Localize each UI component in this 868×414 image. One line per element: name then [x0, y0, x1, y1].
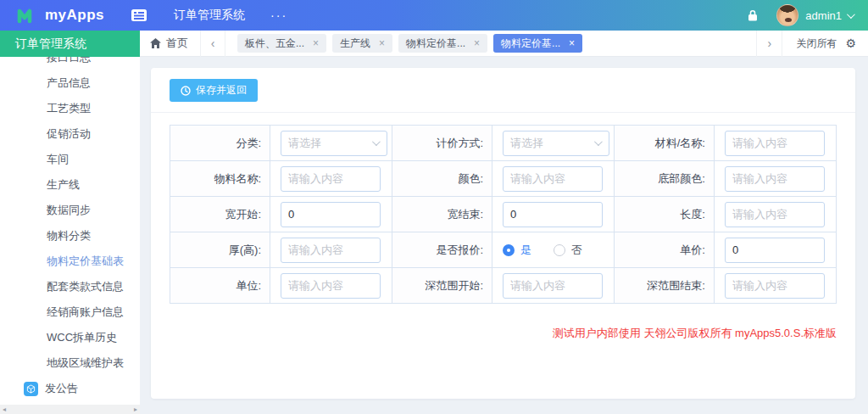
form-card: 保存并返回 分类:请选择计价方式:请选择材料/名称:物料名称:颜色:底部颜色:宽…	[151, 68, 855, 399]
tab-item[interactable]: 物料定价基...×	[398, 34, 487, 53]
sidebar-item[interactable]: 物料定价基础表	[0, 249, 140, 274]
material-pricing-form-table: 分类:请选择计价方式:请选择材料/名称:物料名称:颜色:底部颜色:宽开始:宽结束…	[170, 125, 837, 304]
sidebar-item[interactable]: 产品信息	[0, 70, 140, 96]
tab-close-icon[interactable]: ×	[313, 38, 319, 48]
tab-item[interactable]: 板件、五金...×	[237, 34, 326, 53]
user-avatar[interactable]	[776, 4, 798, 26]
field-input[interactable]	[503, 202, 603, 227]
app-logo[interactable]: myApps	[0, 7, 104, 24]
field-cell	[714, 197, 836, 232]
home-icon	[150, 38, 161, 48]
sidebar-menu: 接口日志产品信息工艺类型促销活动车间生产线数据同步物料分类物料定价基础表配套类款…	[0, 57, 140, 405]
field-input[interactable]	[281, 273, 381, 299]
radio-circle-icon	[503, 244, 515, 256]
field-label: 宽开始:	[170, 197, 270, 232]
field-cell	[270, 268, 392, 304]
field-label: 厚(高):	[170, 232, 270, 268]
username-label[interactable]: admin1	[805, 9, 842, 22]
close-all-tabs-button[interactable]: 关闭所有	[782, 31, 845, 57]
sidebar-item[interactable]: WCC拆单历史	[0, 325, 140, 350]
tab-settings-gear-icon[interactable]: ⚙	[845, 36, 868, 50]
sidebar-item[interactable]: 地级区域维护表	[0, 350, 140, 376]
form-row: 宽开始:宽结束:长度:	[170, 197, 837, 232]
tab-label: 板件、五金...	[245, 36, 304, 51]
scroll-left-arrow-icon[interactable]: ◂	[3, 406, 6, 413]
sidebar-toggle-icon[interactable]	[131, 9, 147, 21]
field-input[interactable]	[725, 238, 825, 263]
radio-option[interactable]: 是	[503, 243, 531, 258]
radio-label: 是	[520, 243, 531, 258]
sidebar-item[interactable]: 促销活动	[0, 121, 140, 147]
tab-item[interactable]: 物料定价基...×	[493, 34, 582, 53]
save-and-return-button[interactable]: 保存并返回	[170, 79, 258, 102]
field-input[interactable]	[281, 166, 381, 192]
tab-label: 生产线	[340, 36, 370, 51]
header-app-title[interactable]: 订单管理系统	[174, 8, 245, 23]
field-input[interactable]	[725, 273, 825, 299]
tab-label: 物料定价基...	[501, 36, 560, 51]
radio-label: 否	[571, 243, 582, 258]
sidebar-item[interactable]: 接口日志	[0, 57, 140, 70]
sidebar-item[interactable]: 数据同步	[0, 198, 140, 223]
form-row: 分类:请选择计价方式:请选择材料/名称:	[170, 126, 837, 161]
select-placeholder: 请选择	[288, 136, 321, 151]
announce-cube-icon	[24, 382, 38, 396]
field-input[interactable]	[281, 238, 381, 263]
lock-icon[interactable]	[748, 9, 758, 21]
tab-close-icon[interactable]: ×	[379, 38, 385, 48]
field-cell	[492, 268, 615, 304]
open-tabs: 板件、五金...×生产线×物料定价基...×物料定价基...×	[225, 34, 756, 53]
sidebar-item[interactable]: 工艺类型	[0, 96, 140, 121]
sidebar-item[interactable]: 生产线	[0, 172, 140, 198]
field-input[interactable]	[725, 202, 825, 227]
field-select[interactable]: 请选择	[503, 131, 609, 156]
form-table-wrap: 分类:请选择计价方式:请选择材料/名称:物料名称:颜色:底部颜色:宽开始:宽结束…	[170, 125, 837, 304]
tabs-scroll-left-button[interactable]: ‹	[200, 31, 225, 57]
sidebar: 订单管理系统 接口日志产品信息工艺类型促销活动车间生产线数据同步物料分类物料定价…	[0, 31, 140, 414]
select-chevron-down-icon	[372, 137, 381, 146]
radio-circle-icon	[554, 244, 565, 256]
save-and-return-label: 保存并返回	[196, 83, 247, 98]
field-input[interactable]	[725, 131, 825, 156]
field-select[interactable]: 请选择	[281, 131, 387, 156]
field-input[interactable]	[503, 273, 603, 299]
main-content: 保存并返回 分类:请选择计价方式:请选择材料/名称:物料名称:颜色:底部颜色:宽…	[140, 57, 868, 414]
tab-close-icon[interactable]: ×	[569, 38, 575, 48]
field-input[interactable]	[503, 166, 603, 192]
announce-label: 发公告	[45, 381, 78, 396]
field-label: 深范围结束:	[614, 268, 714, 304]
announce-button[interactable]: 发公告	[0, 376, 140, 401]
tab-item[interactable]: 生产线×	[332, 34, 392, 53]
field-cell	[714, 268, 836, 304]
sidebar-item[interactable]: 物料分类	[0, 223, 140, 249]
field-label: 材料/名称:	[614, 126, 714, 161]
field-cell	[714, 126, 836, 161]
radio-option[interactable]: 否	[554, 243, 582, 258]
sidebar-item[interactable]: 经销商账户信息	[0, 299, 140, 325]
sidebar-item[interactable]: 配套类款式信息	[0, 274, 140, 299]
field-label: 单价:	[614, 232, 714, 268]
field-label: 计价方式:	[392, 126, 492, 161]
home-tab-label: 首页	[166, 36, 188, 51]
select-placeholder: 请选择	[510, 136, 543, 151]
field-input[interactable]	[281, 202, 381, 227]
form-row: 物料名称:颜色:底部颜色:	[170, 161, 837, 197]
user-menu-chevron-down-icon[interactable]	[847, 10, 855, 19]
tab-close-icon[interactable]: ×	[474, 38, 480, 48]
tab-home[interactable]: 首页	[140, 31, 200, 57]
tabs-scroll-right-button[interactable]: ›	[756, 31, 782, 57]
field-input[interactable]	[725, 166, 825, 192]
field-cell: 是否	[492, 232, 615, 268]
field-label: 深范围开始:	[392, 268, 492, 304]
form-rows: 分类:请选择计价方式:请选择材料/名称:物料名称:颜色:底部颜色:宽开始:宽结束…	[170, 126, 837, 304]
form-row: 厚(高):是否报价:是否单价:	[170, 232, 837, 268]
sidebar-item[interactable]: 车间	[0, 147, 140, 172]
sidebar-horizontal-scrollbar[interactable]: ◂ ▸	[0, 405, 140, 414]
brand-name: myApps	[45, 7, 104, 24]
more-menu-icon[interactable]: ···	[270, 8, 287, 22]
myapps-logo-icon	[17, 7, 39, 24]
field-label: 是否报价:	[392, 232, 492, 268]
scroll-right-arrow-icon[interactable]: ▸	[134, 406, 137, 413]
select-chevron-down-icon	[594, 137, 603, 146]
form-row: 单位:深范围开始:深范围结束:	[170, 268, 837, 304]
